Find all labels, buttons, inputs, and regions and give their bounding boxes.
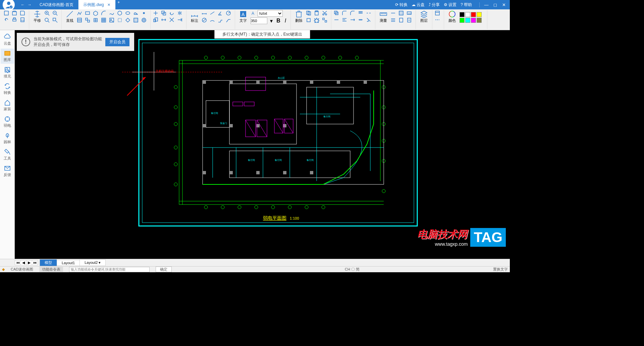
color-yellow[interactable] <box>477 12 482 17</box>
spline-icon[interactable] <box>109 10 115 16</box>
color-red[interactable] <box>471 12 476 17</box>
cloud-icon[interactable] <box>133 10 139 16</box>
polygon-icon[interactable] <box>93 10 99 16</box>
chamfer-icon[interactable] <box>350 10 356 16</box>
dim-aligned-icon[interactable] <box>209 10 215 16</box>
dim-coord-icon[interactable] <box>217 17 223 23</box>
dim-diameter-icon[interactable] <box>201 17 207 23</box>
dim-angular-icon[interactable] <box>217 10 223 16</box>
arc-icon[interactable] <box>101 10 107 16</box>
font-size-input[interactable] <box>251 17 267 24</box>
divide-icon[interactable] <box>358 17 364 23</box>
cloud-button[interactable]: ☁ 云盘 <box>412 2 425 8</box>
forward-icon[interactable]: → <box>28 2 32 7</box>
insert-icon[interactable] <box>93 17 99 23</box>
group-icon[interactable] <box>322 17 328 23</box>
tab-home[interactable]: CAD迷你画图-首页 <box>35 0 78 9</box>
zoom-in-icon[interactable] <box>44 10 50 16</box>
dim-leader-icon[interactable] <box>225 17 231 23</box>
join-icon[interactable] <box>333 17 339 23</box>
close-icon[interactable]: ✕ <box>107 3 110 7</box>
layout2-tab[interactable]: Layout2 ▾ <box>79 260 106 266</box>
open-member-button[interactable]: 开启会员 <box>105 38 129 46</box>
cut-icon[interactable] <box>322 10 328 16</box>
match-icon[interactable] <box>366 17 372 23</box>
break-icon[interactable] <box>366 10 372 16</box>
linetype-icon[interactable] <box>434 17 440 23</box>
sidebar-convert[interactable]: 转换 <box>1 81 14 97</box>
drawing-canvas[interactable]: 多行文本(MT)：确定文字插入点，Esc键退出 ! 当前为体验模式，可试用全部绘… <box>15 30 510 259</box>
dim-radius-icon[interactable] <box>225 10 231 16</box>
sidebar-cloud[interactable]: 云盘 <box>1 32 14 47</box>
italic-icon[interactable]: I <box>282 18 288 24</box>
maximize-icon[interactable]: ◻ <box>492 2 498 7</box>
ellipse-icon[interactable] <box>125 10 131 16</box>
back-icon[interactable]: ← <box>21 2 25 7</box>
hatch-icon[interactable] <box>76 17 83 23</box>
bold-icon[interactable]: B <box>275 18 281 24</box>
copy-icon[interactable] <box>161 10 167 16</box>
layout-next-icon[interactable]: ▶ <box>26 260 32 265</box>
offset-icon[interactable] <box>333 10 339 16</box>
sidebar-library[interactable]: 图库 <box>1 49 14 64</box>
measure-button[interactable]: 测量 <box>377 10 389 23</box>
color-magenta[interactable] <box>471 18 476 23</box>
save-icon[interactable] <box>19 10 25 16</box>
paste-icon[interactable] <box>314 10 320 16</box>
sidebar-elec[interactable]: 弱电 <box>1 114 14 129</box>
color-white[interactable] <box>465 12 470 17</box>
quickcalc-icon[interactable] <box>406 17 412 23</box>
add-tab-button[interactable]: + <box>115 0 122 9</box>
array-icon[interactable] <box>358 10 364 16</box>
circle-icon[interactable] <box>117 10 123 16</box>
mirror-icon[interactable] <box>177 10 183 16</box>
color-black[interactable] <box>460 12 465 17</box>
region-icon[interactable] <box>125 17 131 23</box>
stretch-icon[interactable] <box>161 17 167 23</box>
layout-prev-icon[interactable]: ◀ <box>20 260 26 265</box>
model-tab[interactable]: 模型 <box>40 259 57 266</box>
wipeout-icon[interactable] <box>117 17 123 23</box>
explode-icon[interactable] <box>314 17 320 23</box>
rotate-icon[interactable] <box>169 10 175 16</box>
layout-first-icon[interactable]: ⏮ <box>15 260 21 265</box>
command-input[interactable] <box>69 267 150 272</box>
zoom-window-icon[interactable] <box>52 17 58 23</box>
undo-icon[interactable] <box>3 17 9 23</box>
prop-icon[interactable] <box>434 10 440 16</box>
trim-icon[interactable] <box>169 17 175 23</box>
zoom-out-icon[interactable] <box>52 10 58 16</box>
text-button[interactable]: A文字 <box>237 10 249 23</box>
line-button[interactable]: 直线 <box>64 10 76 23</box>
sidebar-garden[interactable]: 园林 <box>1 131 14 146</box>
align-icon[interactable] <box>341 17 347 23</box>
open-icon[interactable] <box>11 10 17 16</box>
dropdown-icon[interactable]: ▾ <box>268 18 274 24</box>
pan-button[interactable]: 平移 <box>31 10 43 23</box>
sidebar-home[interactable]: 家装 <box>1 98 14 113</box>
ok-button[interactable]: 确定 <box>156 267 172 272</box>
area-icon[interactable] <box>398 10 404 16</box>
lengthen-icon[interactable] <box>350 17 356 23</box>
ime-status[interactable]: CH 〇 简 <box>345 267 360 272</box>
delete-button[interactable]: 删除 <box>293 10 305 23</box>
status-app[interactable]: CAD迷你画图 <box>11 267 33 272</box>
sidebar-feedback[interactable]: 反馈 <box>1 164 14 179</box>
color-olive[interactable] <box>477 18 482 23</box>
dim-button[interactable]: 标注 <box>189 10 201 23</box>
dim-linear-icon[interactable] <box>201 10 207 16</box>
color-green[interactable] <box>460 18 465 23</box>
tab-file[interactable]: 示例图.dwg ✕ <box>78 0 115 9</box>
polyline-icon[interactable] <box>76 10 83 16</box>
sidebar-tools[interactable]: 工具 <box>1 147 14 162</box>
dim-arc-icon[interactable] <box>209 17 215 23</box>
color-button[interactable]: 颜色 <box>446 10 458 23</box>
font-style-icon[interactable]: A <box>251 10 257 16</box>
table-icon[interactable] <box>101 17 107 23</box>
rect-icon[interactable] <box>85 10 91 16</box>
layout-last-icon[interactable]: ⏭ <box>32 260 38 265</box>
point-icon[interactable] <box>141 10 147 16</box>
boundary-icon[interactable] <box>133 17 139 23</box>
print-icon[interactable] <box>11 17 17 23</box>
extend-icon[interactable] <box>177 17 183 23</box>
